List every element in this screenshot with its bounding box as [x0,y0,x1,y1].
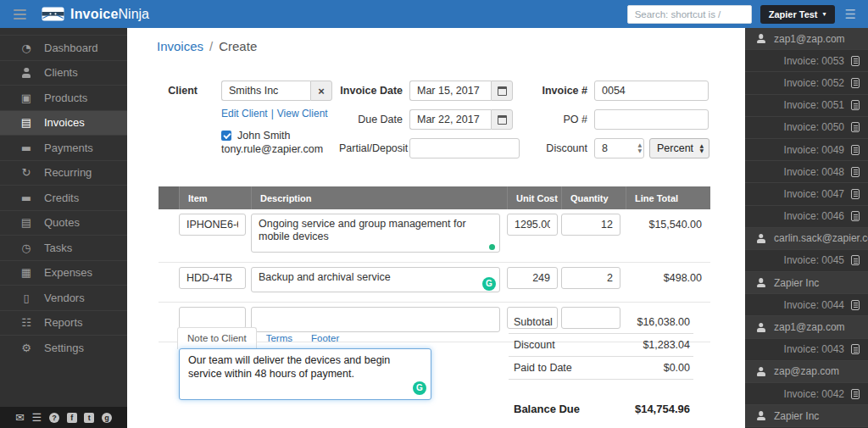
total-row: Paid to Date $0.00 [509,357,693,380]
history-entry[interactable]: Invoice: 0052 [745,72,868,94]
invoice-date-input[interactable] [409,81,491,101]
tab[interactable]: Note to Client [177,327,257,349]
sidebar-item[interactable]: Payments [0,135,127,160]
menu-toggle-icon[interactable] [12,8,28,21]
item-input[interactable] [179,307,246,329]
tab[interactable]: Terms [257,328,302,349]
cube-icon [19,92,33,103]
mail-icon[interactable] [15,412,25,423]
description-input[interactable]: Ongoing service and group management for… [251,214,500,253]
tab[interactable]: Footer [302,328,348,349]
sidebar-item-label: Quotes [44,216,80,229]
history-entry[interactable]: Invoice: 0053 [745,50,868,72]
page-title: Create [219,39,257,53]
sidebar-item[interactable]: Credits [0,185,127,210]
invoice-file-icon [851,344,860,354]
facebook-icon[interactable] [67,413,77,423]
history-entry-label: Invoice: 0048 [784,166,844,178]
sidebar-item[interactable]: Invoices [0,110,127,136]
search-input[interactable] [627,5,752,24]
history-entry[interactable]: Invoice: 0051 [745,95,868,117]
history-entry[interactable]: Invoice: 0042 [745,383,868,405]
note-tabs: Note to Client Terms Footer [177,327,348,349]
app-logo[interactable]: InvoiceNinja [42,7,149,22]
partial-input[interactable] [409,138,520,158]
help-icon[interactable] [49,413,59,423]
envelope-logo-icon [42,7,64,21]
sidebar-item[interactable]: Dashboard [0,35,127,60]
vendor-icon [19,292,33,303]
discount-input[interactable] [594,138,644,158]
quantity-input[interactable] [561,214,620,236]
history-entry[interactable]: carlin.sack@zapier.com [745,228,868,250]
quote-icon [19,217,33,228]
invoice-file-icon [851,145,860,155]
total-row: Subtotal $16,038.00 [509,311,693,334]
calendar-button[interactable] [491,109,513,130]
table-row: Backup and archival service $498.00 [159,263,710,303]
sidebar-item[interactable]: Quotes [0,210,127,236]
client-label: Client [144,85,221,97]
item-input[interactable] [179,214,246,236]
twitter-icon[interactable] [84,413,94,423]
sidebar-item[interactable]: Products [0,85,127,110]
history-entry[interactable]: Invoice: 0048 [745,161,868,183]
card-icon [19,142,33,153]
list-icon[interactable] [32,412,42,423]
github-icon[interactable] [102,413,112,423]
invoice-file-icon [851,56,860,66]
history-entry[interactable]: zap1@zap.com [745,316,868,338]
history-entry[interactable]: zap1@zap.com [745,28,868,50]
unit-cost-input[interactable] [507,267,558,289]
edit-client-link[interactable]: Edit Client [221,108,268,120]
brand-light: Ninja [119,7,149,21]
history-entry[interactable]: Invoice: 0049 [745,139,868,161]
sidebar-item[interactable]: Tasks [0,235,127,260]
discount-type-select[interactable]: Percent ▲▼ [649,138,709,158]
sidebar-item[interactable]: Recurring [0,160,127,186]
note-to-client-input[interactable]: Our team will deliver the devices and be… [179,348,431,400]
sidebar-item[interactable]: Settings [0,335,127,360]
sidebar-item[interactable]: Reports [0,310,127,336]
history-entry[interactable]: Invoice: 0044 [745,294,868,316]
history-list: zap1@zap.com Invoice: 0053 Invoice: 0052… [745,28,868,427]
calendar-button[interactable] [491,81,513,101]
topbar: InvoiceNinja Zapier Test ▾ ☰ [0,0,868,28]
history-entry-label: Invoice: 0053 [784,55,844,67]
history-entry[interactable]: Invoice: 0050 [745,117,868,139]
total-value: $16,038.00 [637,316,690,328]
chevron-down-icon: ▾ [823,11,826,18]
breadcrumb-invoices-link[interactable]: Invoices [157,39,203,53]
history-entry[interactable]: Zapier Inc [745,405,868,427]
contact-email: tony.rule@zapier.com [221,143,341,155]
po-number-input[interactable] [594,109,709,130]
history-entry[interactable]: Zapier Inc [745,272,868,294]
account-menu-button[interactable]: Zapier Test ▾ [760,5,835,24]
history-entry[interactable]: Invoice: 0043 [745,339,868,361]
contact-checkbox[interactable] [221,131,231,141]
sidebar-item[interactable]: Clients [0,60,127,86]
history-entry[interactable]: Invoice: 0045 [745,250,868,272]
invoice-number-input[interactable] [594,81,709,101]
numbers-section: Invoice # PO # Discount ▲▼ Percent ▲▼ [532,81,712,167]
view-client-link[interactable]: View Client [277,108,328,120]
description-header: Description [251,186,507,209]
history-entry[interactable]: zap@zap.com [745,361,868,383]
history-entry[interactable]: Invoice: 0047 [745,183,868,205]
quantity-input[interactable] [561,267,620,289]
sidebar-item[interactable]: Vendors [0,285,127,310]
description-input[interactable]: Backup and archival service [251,267,500,292]
grammarly-icon[interactable]: G [413,381,426,395]
due-date-input[interactable] [409,109,491,130]
client-input[interactable] [221,81,310,101]
clear-client-icon[interactable] [310,81,332,101]
sidebar-item[interactable]: Expenses [0,260,127,286]
invoice-file-icon [851,255,860,265]
number-spinner[interactable]: ▲▼ [637,142,642,153]
quantity-header: Quantity [561,186,626,209]
panel-toggle-icon[interactable]: ☰ [843,7,858,22]
history-entry[interactable]: Invoice: 0046 [745,206,868,228]
expense-icon [19,267,33,278]
unit-cost-input[interactable] [507,214,558,236]
item-input[interactable] [179,267,246,289]
